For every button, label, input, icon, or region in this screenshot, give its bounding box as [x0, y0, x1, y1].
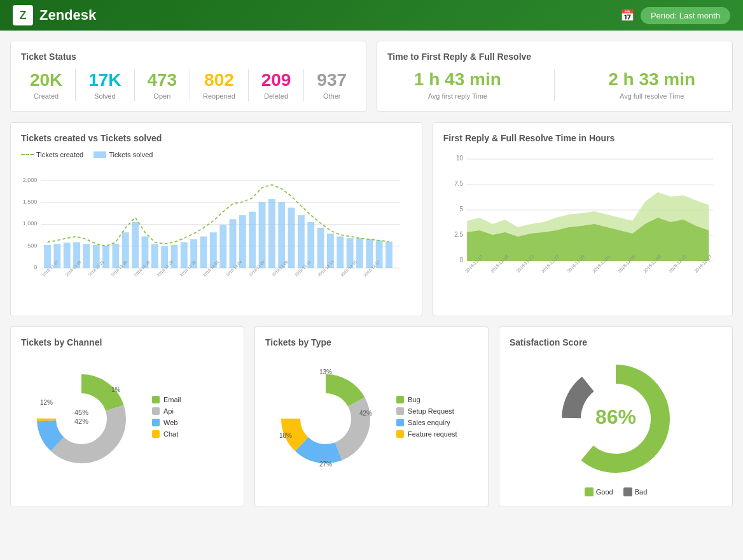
- legend-solved: Tickets solved: [94, 151, 153, 158]
- metric-reopened-value: 802: [203, 71, 235, 90]
- svg-rect-35: [288, 207, 295, 268]
- svg-text:2,000: 2,000: [23, 177, 38, 183]
- svg-rect-32: [259, 202, 266, 268]
- status-metrics: 20K Created 17K Solved 473 Open 802 Reop…: [21, 69, 356, 101]
- metric-open-value: 473: [147, 71, 177, 90]
- legend-api: Api: [152, 407, 181, 415]
- first-reply-metric: 1 h 43 min Avg first reply Time: [414, 69, 501, 101]
- svg-rect-26: [200, 237, 207, 269]
- legend-email-label: Email: [163, 396, 181, 403]
- satisfaction-card: Satisfaction Score 86% Good B: [499, 326, 733, 507]
- app-header: Z Zendesk 📅 Period: Last month: [0, 0, 743, 31]
- satisfaction-legend: Good Bad: [585, 487, 648, 496]
- legend-setup-color: [396, 407, 404, 415]
- svg-text:7.5: 7.5: [454, 180, 463, 187]
- metric-other-label: Other: [317, 92, 347, 100]
- legend-web: Web: [152, 419, 181, 426]
- first-reply-label: Avg first reply Time: [414, 92, 501, 100]
- by-channel-legend: Email Api Web Chat: [152, 396, 181, 442]
- legend-created-label: Tickets created: [36, 151, 83, 158]
- svg-text:42%: 42%: [359, 410, 372, 417]
- svg-rect-24: [181, 242, 188, 269]
- legend-chat-label: Chat: [163, 430, 178, 438]
- svg-rect-29: [230, 219, 237, 268]
- svg-rect-21: [151, 244, 158, 268]
- legend-feature-request: Feature request: [396, 430, 457, 438]
- first-reply-chart: 10 7.5 5 2.5 0 2018-11-17 2018-11-19 201…: [443, 151, 722, 297]
- legend-feature-label: Feature request: [408, 430, 457, 438]
- svg-text:500: 500: [27, 242, 37, 249]
- metric-reopened: 802 Reopened: [198, 71, 240, 101]
- period-button[interactable]: Period: Last month: [641, 7, 730, 24]
- legend-chat: Chat: [152, 430, 181, 438]
- svg-rect-45: [385, 242, 392, 269]
- svg-rect-31: [249, 212, 256, 268]
- legend-good-label: Good: [596, 488, 613, 496]
- svg-text:1%: 1%: [111, 386, 121, 393]
- time-card: Time to First Reply & Full Resolve 1 h 4…: [377, 41, 733, 112]
- legend-bad-color: [623, 487, 632, 496]
- legend-good-color: [585, 487, 594, 496]
- legend-bug: Bug: [396, 396, 457, 403]
- legend-email: Email: [152, 396, 181, 403]
- svg-rect-43: [366, 239, 373, 268]
- ticket-status-card: Ticket Status 20K Created 17K Solved 473…: [10, 41, 366, 112]
- legend-web-color: [152, 419, 160, 426]
- logo-text: Zendesk: [39, 7, 96, 24]
- legend-solved-label: Tickets solved: [109, 151, 153, 158]
- svg-rect-23: [171, 245, 178, 268]
- legend-api-color: [152, 407, 160, 415]
- time-metrics: 1 h 43 min Avg first reply Time 2 h 33 m…: [387, 69, 722, 101]
- legend-solid-bar: [94, 151, 106, 158]
- svg-rect-16: [102, 246, 109, 268]
- logo: Z Zendesk: [13, 5, 96, 25]
- legend-feature-color: [396, 430, 404, 438]
- satisfaction-donut: 86%: [552, 355, 679, 482]
- created-vs-solved-title: Tickets created vs Tickets solved: [21, 133, 412, 143]
- by-type-section: 42% 27% 18% 13% Bug Setup Request: [265, 355, 478, 482]
- svg-text:5: 5: [459, 206, 463, 213]
- by-channel-section: 45% 42% 12% 1% Email Api: [21, 355, 233, 482]
- svg-rect-33: [268, 199, 275, 268]
- svg-rect-38: [317, 228, 324, 268]
- metric-created-value: 20K: [30, 71, 62, 90]
- svg-text:45%: 45%: [74, 409, 88, 416]
- svg-text:1,000: 1,000: [23, 220, 38, 227]
- by-type-legend: Bug Setup Request Sales enquiry Feature …: [396, 396, 457, 442]
- svg-text:42%: 42%: [74, 417, 88, 425]
- time-title: Time to First Reply & Full Resolve: [387, 52, 722, 62]
- svg-rect-28: [219, 225, 226, 268]
- mid-row: Tickets created vs Tickets solved Ticket…: [10, 122, 733, 316]
- legend-setup-label: Setup Request: [408, 407, 454, 415]
- metric-solved-label: Solved: [88, 92, 121, 100]
- svg-rect-17: [112, 244, 119, 268]
- satisfaction-section: 86% Good Bad: [510, 355, 722, 496]
- svg-rect-40: [337, 237, 344, 269]
- legend-bug-color: [396, 396, 404, 403]
- legend-setup-request: Setup Request: [396, 407, 457, 415]
- full-resolve-value: 2 h 33 min: [608, 69, 695, 90]
- legend-sales-label: Sales enquiry: [408, 419, 450, 426]
- by-channel-title: Tickets by Channel: [21, 337, 233, 347]
- legend-good: Good: [585, 487, 613, 496]
- full-resolve-metric: 2 h 33 min Avg full resolve Time: [608, 69, 695, 101]
- by-type-title: Tickets by Type: [265, 337, 478, 347]
- metric-created-label: Created: [30, 92, 62, 100]
- legend-api-label: Api: [163, 407, 174, 415]
- by-channel-card: Tickets by Channel 45% 42% 12% 1%: [10, 326, 244, 507]
- by-type-donut: 42% 27% 18% 13%: [265, 355, 386, 482]
- svg-text:10: 10: [456, 155, 464, 162]
- satisfaction-title: Satisfaction Score: [510, 337, 722, 347]
- svg-rect-42: [356, 238, 363, 268]
- metric-other: 937 Other: [312, 71, 352, 101]
- legend-bug-label: Bug: [408, 396, 420, 403]
- svg-text:2.5: 2.5: [454, 231, 463, 238]
- chart-legend: Tickets created Tickets solved: [21, 151, 412, 158]
- legend-web-label: Web: [163, 419, 177, 426]
- first-reply-title: First Reply & Full Resolve Time in Hours: [443, 133, 722, 143]
- svg-rect-30: [239, 215, 246, 268]
- metric-solved: 17K Solved: [83, 71, 126, 101]
- metric-deleted: 209 Deleted: [256, 71, 296, 101]
- svg-rect-36: [298, 215, 305, 268]
- main-content: Ticket Status 20K Created 17K Solved 473…: [0, 31, 743, 517]
